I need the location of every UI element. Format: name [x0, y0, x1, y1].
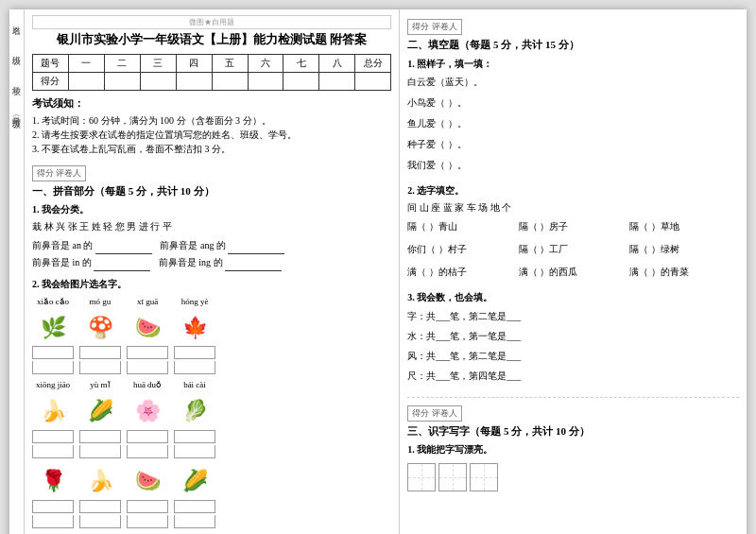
- score-col-8: 八: [319, 55, 355, 73]
- watermelon-ans1[interactable]: [127, 500, 168, 513]
- pinyin-mogu: mó gu: [90, 295, 112, 308]
- yumi-ans2[interactable]: [79, 445, 121, 458]
- q1-an: 前鼻音是 an 的 前鼻音是 ang 的: [32, 237, 391, 254]
- question-2: 2. 我会给图片选名字。 xiǎo cǎo 🌿 mó gu 🍄: [32, 277, 391, 531]
- q2-blank-8: 满（ ）的青菜: [629, 264, 739, 281]
- match-img-row: 🌹 🍌 🍉: [32, 464, 391, 528]
- q2-blank-0: 隔（ ）青山: [407, 218, 517, 235]
- subtitle: 微图★自用题: [32, 15, 391, 29]
- stroke-item-3: 尺：共___笔，第四笔是___: [407, 368, 739, 385]
- baicai-ans1[interactable]: [174, 430, 215, 443]
- rose-ans2[interactable]: [32, 515, 74, 528]
- score-row2-label: 得分: [33, 73, 69, 91]
- xiongjiao-img: 🍌: [32, 394, 74, 428]
- writing-grid: [407, 463, 739, 491]
- pinyin-label-row1: xiǎo cǎo 🌿 mó gu 🍄 xī guā: [32, 295, 391, 374]
- notice-item-3: 3. 不要在试卷上乱写乱画，卷面不整洁扣 3 分。: [32, 142, 391, 156]
- q1-ang-label: 前鼻音是 ang 的: [160, 240, 225, 250]
- notice-item-1: 1. 考试时间：60 分钟，满分为 100 分（含卷面分 3 分）。: [32, 113, 391, 128]
- pinyin-label-row2: xiōng jiāo 🍌 yù mǐ 🌽 huā duǒ: [32, 378, 391, 457]
- section1-title: 一、拼音部分（每题 5 分，共计 10 分）: [32, 184, 391, 198]
- q1-ing-blank[interactable]: [225, 258, 282, 271]
- score-val-5: [212, 73, 248, 91]
- right-q2-title: 2. 选字填空。: [407, 183, 739, 198]
- score-val-7: [284, 73, 319, 91]
- corn-match: 🌽: [174, 464, 215, 528]
- flower-item: huā duǒ 🌸: [127, 378, 168, 457]
- q2-blank-2: 隔（ ）草地: [629, 218, 739, 235]
- cabbage-item: bái cài 🥬: [174, 378, 215, 457]
- xiaocao-ans1[interactable]: [32, 346, 74, 359]
- score-table: 题号 一 二 三 四 五 六 七 八 总分 得分: [32, 54, 391, 91]
- score-col-7: 七: [284, 55, 319, 73]
- score-val-2: [104, 73, 140, 91]
- score-val-1: [68, 73, 104, 91]
- q2-blank-5: 隔（ ）绿树: [629, 241, 739, 258]
- watermelon-img2: 🍉: [127, 464, 168, 498]
- q1-in-blank[interactable]: [94, 258, 150, 271]
- right-q1-title: 1. 照样子，填一填：: [407, 57, 739, 72]
- section3-score-reviewer: 得分 评卷人: [407, 405, 461, 422]
- xiaocao-img: 🌿: [32, 310, 74, 344]
- banana-ans2[interactable]: [79, 515, 121, 528]
- hongye-img: 🍁: [174, 310, 215, 344]
- char-box-2[interactable]: [438, 463, 467, 491]
- corn-ans1[interactable]: [174, 500, 215, 513]
- corn-ans2[interactable]: [174, 515, 215, 528]
- q1-ang-blank[interactable]: [228, 241, 284, 254]
- mogu-ans2[interactable]: [79, 361, 121, 374]
- xiaocao-ans2[interactable]: [32, 361, 74, 374]
- example-item: 白云爱（蓝天）。: [407, 74, 739, 91]
- huaduo-ans1[interactable]: [127, 430, 168, 443]
- xigua-ans2[interactable]: [127, 361, 168, 374]
- mogu-ans1[interactable]: [79, 346, 121, 359]
- left-column: 微图★自用题 银川市实验小学一年级语文【上册】能力检测试题 附答案 题号 一 二…: [25, 9, 400, 534]
- q2-title: 2. 我会给图片选名字。: [32, 277, 391, 292]
- stroke-item-0: 字：共___笔，第二笔是___: [407, 308, 739, 325]
- exam-page: 姓名 班级 学校 学号（班级） 微图★自用题 银川市实验小学一年级语文【上册】能…: [9, 9, 747, 534]
- score-val-8: [319, 73, 355, 91]
- watermelon-ans2[interactable]: [127, 515, 168, 528]
- char-box-3[interactable]: [470, 463, 498, 491]
- xiongjiao-ans2[interactable]: [32, 445, 74, 458]
- q2-blank-4: 隔（ ）工厂: [519, 241, 628, 258]
- hongye-ans2[interactable]: [174, 361, 215, 374]
- banana-match: 🍌: [79, 464, 121, 528]
- rose-img: 🌹: [32, 464, 74, 498]
- huaduo-img: 🌸: [127, 394, 168, 428]
- corn-img2: 🌽: [174, 464, 215, 498]
- pinyin-baicai: bái cài: [183, 378, 206, 391]
- xigua-img: 🍉: [127, 310, 168, 344]
- section2-header: 得分 评卷人: [407, 19, 739, 35]
- q1-an-blank[interactable]: [95, 241, 152, 254]
- mushroom-item: mó gu 🍄: [79, 295, 121, 374]
- corn-item: yù mǐ 🌽: [79, 378, 121, 457]
- huaduo-ans2[interactable]: [127, 445, 168, 458]
- leaf-item: hóng yè 🍁: [174, 295, 215, 374]
- label-name: 姓名: [10, 19, 23, 21]
- char-box-1[interactable]: [407, 463, 436, 491]
- xiongjiao-ans1[interactable]: [32, 430, 74, 443]
- watermelon-item: xī guā 🍉: [127, 295, 168, 374]
- section1-header: 得分 评卷人: [32, 165, 391, 181]
- baicai-img: 🥬: [174, 394, 215, 428]
- score-val-3: [140, 73, 176, 91]
- hongye-ans1[interactable]: [174, 346, 215, 359]
- q1-in-label: 前鼻音是 in 的: [32, 257, 92, 267]
- stroke-item-1: 水：共___笔，第一笔是___: [407, 328, 739, 345]
- pinyin-yumi: yù mǐ: [90, 378, 110, 391]
- banana-ans1[interactable]: [79, 500, 121, 513]
- q2-blanks-grid: 隔（ ）青山 隔（ ）房子 隔（ ）草地 你们（ ）村子 隔（ ）工厂 隔（ ）…: [407, 218, 739, 284]
- section3-header: 得分 评卷人: [407, 405, 739, 422]
- xigua-ans1[interactable]: [127, 346, 168, 359]
- label-class: 班级: [10, 49, 23, 51]
- q1-in: 前鼻音是 in 的 前鼻音是 ing 的: [32, 254, 391, 271]
- columns: 微图★自用题 银川市实验小学一年级语文【上册】能力检测试题 附答案 题号 一 二…: [25, 9, 747, 534]
- yumi-ans1[interactable]: [79, 430, 121, 443]
- pinyin-xiongjiao: xiōng jiāo: [36, 378, 70, 391]
- notice-title: 考试须知：: [32, 96, 391, 111]
- rose-ans1[interactable]: [32, 500, 74, 513]
- fill-item-2: 种子爱（ ）。: [407, 136, 739, 153]
- baicai-ans2[interactable]: [174, 445, 215, 458]
- section2-title: 二、填空题（每题 5 分，共计 15 分）: [407, 38, 739, 52]
